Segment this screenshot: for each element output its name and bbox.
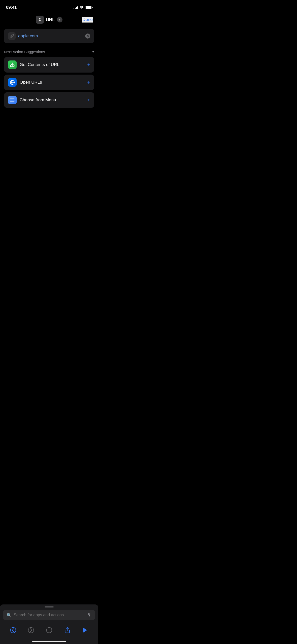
clear-button[interactable]: ✕ — [85, 34, 90, 39]
signal-bars-icon — [74, 6, 78, 9]
status-icons — [74, 6, 92, 9]
url-input-container: ✕ — [4, 29, 94, 43]
url-text-input[interactable] — [18, 34, 83, 39]
link-icon — [8, 32, 16, 40]
open-urls-icon — [8, 78, 17, 87]
done-button[interactable]: Done — [82, 17, 93, 23]
action-item-open-urls[interactable]: Open URLs + — [4, 75, 94, 90]
suggestions-chevron-icon: ▾ — [92, 49, 94, 54]
add-choose-menu-button[interactable]: + — [87, 98, 90, 103]
get-contents-icon — [8, 60, 17, 69]
suggestions-title: Next Action Suggestions — [4, 50, 45, 54]
action-item-get-contents[interactable]: Get Contents of URL + — [4, 57, 94, 73]
nav-title-group[interactable]: URL ▾ — [36, 16, 62, 24]
action-item-choose-menu[interactable]: Choose from Menu + — [4, 92, 94, 108]
suggestions-header[interactable]: Next Action Suggestions ▾ — [4, 49, 94, 54]
status-time: 09:41 — [6, 5, 17, 10]
battery-icon — [85, 6, 92, 9]
nav-bar: URL ▾ Done — [0, 14, 98, 27]
choose-menu-icon — [8, 96, 17, 104]
suggestions-section: Next Action Suggestions ▾ Get Contents o… — [4, 49, 94, 108]
wifi-icon — [80, 6, 84, 9]
nav-chevron-icon[interactable]: ▾ — [57, 17, 62, 22]
status-bar: 09:41 — [0, 0, 98, 14]
shortcuts-app-icon — [36, 16, 44, 24]
get-contents-label: Get Contents of URL — [20, 62, 84, 67]
choose-menu-label: Choose from Menu — [20, 98, 84, 103]
add-open-urls-button[interactable]: + — [87, 80, 90, 85]
nav-title: URL — [46, 17, 55, 22]
open-urls-label: Open URLs — [20, 80, 84, 85]
add-get-contents-button[interactable]: + — [87, 62, 90, 67]
